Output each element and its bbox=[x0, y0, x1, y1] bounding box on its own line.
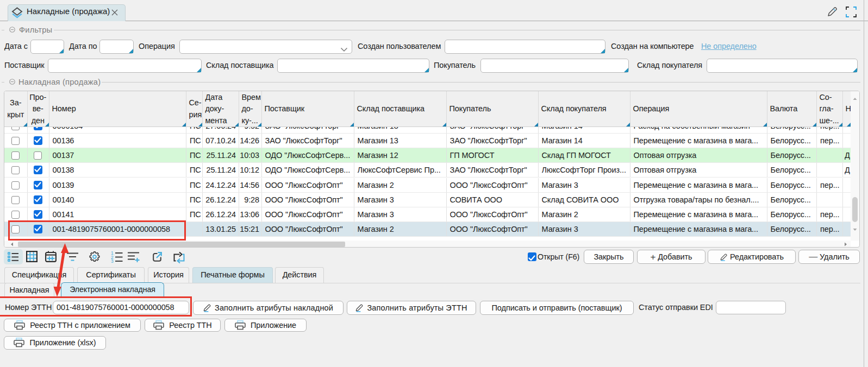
svg-text:3: 3 bbox=[111, 258, 114, 263]
